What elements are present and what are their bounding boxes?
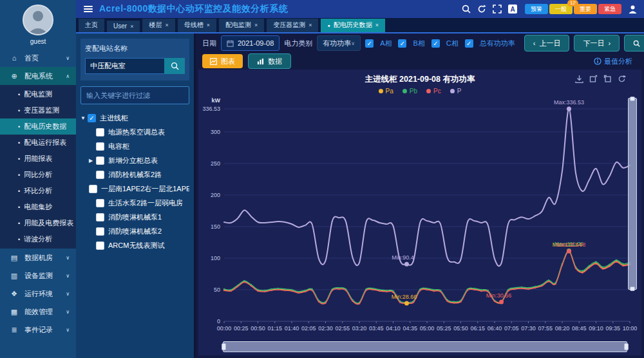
sidebar-subitem-用能报表[interactable]: •用能报表	[0, 151, 76, 167]
tab-楼层[interactable]: 楼层×	[142, 19, 175, 32]
checkbox-checked[interactable]: ✓	[88, 114, 96, 122]
station-name-input[interactable]: 中压配电室	[85, 58, 164, 74]
checkbox-C相[interactable]: ✓C相	[431, 39, 459, 48]
sidebar-item-事件记录[interactable]: ≣事件记录∨	[0, 321, 76, 339]
legend-item-Pa[interactable]: Pa	[379, 88, 393, 95]
power-category-select[interactable]: 有功功率 ∨	[317, 35, 361, 51]
legend-item-Pc[interactable]: Pc	[426, 88, 441, 95]
checkbox-icon[interactable]: ✓	[365, 39, 374, 48]
close-icon[interactable]: ×	[375, 22, 379, 28]
tree-node-消防喷淋机械泵1[interactable]: 消防喷淋机械泵1	[80, 210, 189, 224]
tree-node-消防喷淋机械泵2[interactable]: 消防喷淋机械泵2	[80, 224, 189, 238]
next-day-button[interactable]: 下一日 ›	[574, 35, 620, 52]
svg-text:0: 0	[217, 318, 220, 325]
tree-expanded-icon[interactable]: ▼	[80, 115, 88, 121]
tab-母线槽[interactable]: 母线槽×	[178, 19, 216, 32]
close-icon[interactable]: ×	[308, 22, 312, 28]
checkbox-icon[interactable]: ✓	[398, 39, 406, 48]
tree-node-生活水泵2路一层弱电房[interactable]: 生活水泵2路一层弱电房	[80, 196, 189, 210]
tree-node-主进线柜[interactable]: ▼✓主进线柜	[80, 111, 189, 125]
data-view-button[interactable]: 数据	[248, 53, 291, 69]
prev-day-button[interactable]: ‹ 上一日	[524, 35, 570, 52]
checkbox-总有功功率[interactable]: ✓总有功功率	[465, 39, 515, 48]
svg-text:01:40: 01:40	[285, 325, 299, 332]
close-icon[interactable]: ×	[207, 22, 210, 28]
sidebar-item-运行环境[interactable]: ❖运行环境∨	[0, 285, 76, 303]
checkbox-unchecked[interactable]	[96, 128, 104, 137]
tree-node-电容柜[interactable]: 电容柜	[80, 139, 189, 153]
sidebar-item-配电系统[interactable]: ⊕配电系统∧	[0, 67, 76, 85]
sidebar-subitem-电能集抄[interactable]: •电能集抄	[0, 199, 76, 215]
checkbox-unchecked[interactable]	[89, 185, 97, 193]
sidebar-subitem-同比分析[interactable]: •同比分析	[0, 167, 76, 183]
tree-node-ARCM无线表测试[interactable]: ARCM无线表测试	[80, 238, 189, 252]
sidebar-subitem-用能及电费报表[interactable]: •用能及电费报表	[0, 215, 76, 231]
checkbox-unchecked[interactable]	[96, 156, 104, 165]
refresh-icon[interactable]	[477, 5, 486, 14]
station-search-button[interactable]	[164, 58, 185, 74]
view-toolbar: 图表 数据 最值分析	[196, 53, 644, 70]
save-image-icon[interactable]	[575, 75, 583, 83]
close-icon[interactable]: ×	[165, 22, 168, 28]
checkbox-unchecked[interactable]	[96, 213, 104, 221]
sidebar-subitem-配电监测[interactable]: •配电监测	[0, 86, 76, 102]
search-icon[interactable]	[462, 5, 471, 14]
checkbox-A相[interactable]: ✓A相	[365, 39, 392, 48]
tree-node-一层南1APE2右一层北1APE1左[interactable]: 一层南1APE2右一层北1APE1左	[80, 182, 189, 196]
restore-icon[interactable]	[618, 75, 626, 83]
sidebar-subitem-环比分析[interactable]: •环比分析	[0, 183, 76, 199]
sidebar-subitem-谐波分析[interactable]: •谐波分析	[0, 231, 76, 247]
tree-node-消防栓机械泵2路[interactable]: 消防栓机械泵2路	[80, 167, 189, 182]
tree-collapsed-icon[interactable]: ▶	[89, 158, 96, 164]
tree-node-地源热泵空调总表[interactable]: 地源热泵空调总表	[80, 125, 189, 139]
alarm-button-一般[interactable]: 一般12	[549, 4, 573, 14]
sidebar-item-label: 运行环境	[24, 289, 66, 299]
checkbox-unchecked[interactable]	[96, 171, 104, 179]
legend-item-Pb[interactable]: Pb	[402, 88, 417, 95]
checkbox-unchecked[interactable]	[96, 241, 104, 250]
sidebar-subitem-label: 配电历史数据	[24, 122, 66, 131]
checkbox-B相[interactable]: ✓B相	[398, 39, 424, 48]
legend-item-P[interactable]: P	[450, 88, 462, 95]
tab-User[interactable]: User×	[107, 21, 140, 32]
tree-node-新增分立柜总表[interactable]: ▶新增分立柜总表	[80, 153, 189, 167]
checkbox-unchecked[interactable]	[96, 227, 104, 236]
sidebar-item-设备监测[interactable]: ▥设备监测∨	[0, 267, 76, 285]
checkbox-unchecked[interactable]	[96, 199, 104, 207]
sidebar-subitem-配电历史数据[interactable]: •配电历史数据	[0, 118, 76, 135]
font-size-icon[interactable]: A	[508, 5, 517, 14]
close-icon[interactable]: ×	[254, 22, 258, 28]
alarm-button-重要[interactable]: 重要	[574, 4, 597, 14]
alarm-button-紧急[interactable]: 紧急	[598, 4, 621, 14]
data-zoom-icon[interactable]	[589, 75, 598, 83]
tree-filter-input[interactable]: 输入关键字进行过滤	[80, 86, 189, 104]
date-picker[interactable]: 2021-09-08	[221, 35, 279, 51]
zoom-reset-icon[interactable]	[603, 75, 612, 83]
avatar[interactable]	[23, 5, 53, 35]
sidebar-subitem-变压器监测[interactable]: •变压器监测	[0, 102, 76, 118]
svg-text:08:20: 08:20	[555, 325, 570, 332]
extreme-analysis-link[interactable]: 最值分析	[594, 57, 638, 66]
sidebar-item-数据机房[interactable]: ▤数据机房∨	[0, 249, 76, 267]
tab-主页[interactable]: 主页	[79, 19, 104, 32]
close-icon[interactable]: ×	[130, 23, 133, 30]
tab-配电历史数据[interactable]: ●配电历史数据×	[321, 19, 385, 32]
fullscreen-icon[interactable]	[493, 5, 502, 14]
checkbox-icon[interactable]: ✓	[431, 39, 440, 48]
horizontal-datazoom-slider[interactable]	[223, 341, 627, 352]
sidebar-item-能效管理[interactable]: ▦能效管理∨	[0, 303, 76, 321]
query-button[interactable]: 查询	[624, 35, 644, 52]
checkbox-icon[interactable]: ✓	[465, 39, 473, 48]
sidebar-item-首页[interactable]: ⌂首页∨	[0, 49, 76, 67]
chart-view-button[interactable]: 图表	[202, 54, 243, 68]
tab-配电监测[interactable]: 配电监测×	[219, 19, 264, 32]
vertical-datazoom-slider[interactable]	[628, 98, 637, 290]
svg-text:04:35: 04:35	[402, 325, 417, 332]
user-icon[interactable]	[628, 5, 638, 14]
sidebar-subitem-配电运行报表[interactable]: •配电运行报表	[0, 135, 76, 151]
checkbox-unchecked[interactable]	[96, 142, 104, 151]
alarm-button-预警[interactable]: 预警	[525, 4, 548, 14]
hamburger-menu-icon[interactable]	[84, 6, 93, 12]
tab-变压器监测[interactable]: 变压器监测×	[267, 19, 318, 32]
chevron-down-icon: ∨	[66, 309, 71, 315]
